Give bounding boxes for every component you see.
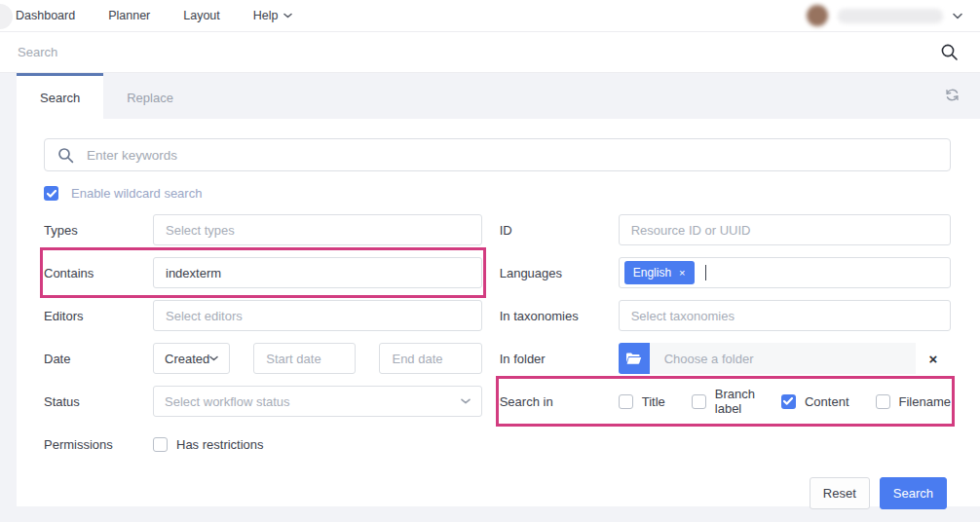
checkbox-label: Title (642, 394, 665, 409)
nav-item-label: Help (253, 9, 279, 22)
field-label: Types (44, 223, 153, 238)
field-row-languages: Languages English × (500, 251, 951, 294)
option-branch-label[interactable]: Branch label (692, 387, 755, 416)
field-label: Contains (44, 266, 153, 280)
form-actions: Reset Search (44, 477, 951, 509)
choose-folder-button[interactable] (619, 343, 650, 374)
field-label: Editors (44, 309, 153, 323)
title-checkbox[interactable] (619, 394, 633, 409)
field-row-search-in: Search in Title Branch label Content (500, 380, 951, 423)
checkbox-label: Branch label (715, 387, 755, 416)
checkbox-label: Content (805, 394, 849, 409)
top-nav-bar: Dashboard Planner Layout Help (0, 0, 980, 32)
start-date-input[interactable] (253, 343, 356, 374)
empty-cell (500, 423, 951, 466)
field-label: In folder (500, 352, 619, 366)
search-icon (57, 147, 74, 164)
search-icon[interactable] (940, 43, 959, 61)
global-search-bar (0, 32, 980, 73)
contains-input[interactable] (153, 257, 482, 288)
field-row-contains: Contains (44, 251, 482, 294)
user-name-redacted (838, 9, 943, 23)
field-row-folder: In folder Choose a folder × (500, 337, 951, 380)
keywords-input[interactable] (85, 147, 937, 164)
filename-checkbox[interactable] (876, 394, 890, 409)
date-mode-select[interactable]: Created (153, 343, 230, 374)
field-row-status: Status Select workflow status (44, 380, 482, 423)
field-label: Status (44, 394, 153, 409)
field-label: Search in (500, 394, 619, 409)
user-menu[interactable] (807, 5, 980, 26)
field-label: Permissions (44, 437, 153, 452)
folder-open-icon (625, 352, 642, 365)
refresh-icon (945, 88, 960, 102)
nav-item-label: Dashboard (16, 9, 75, 22)
field-label: Date (44, 352, 153, 366)
refresh-button[interactable] (945, 88, 960, 106)
tab-label: Search (40, 91, 80, 105)
chevron-down-icon (953, 13, 962, 19)
status-select[interactable]: Select workflow status (153, 386, 482, 417)
search-in-options: Title Branch label Content Filename (619, 387, 951, 416)
keywords-field[interactable] (44, 138, 951, 171)
chevron-down-icon (461, 398, 471, 404)
search-panel: Enable wildcard search Types ID Contains… (17, 119, 980, 506)
option-filename[interactable]: Filename (876, 394, 951, 409)
field-row-taxonomies: In taxonomies (500, 294, 951, 337)
has-restrictions-checkbox[interactable] (153, 437, 168, 452)
field-row-permissions: Permissions Has restrictions (44, 423, 482, 466)
nav-item-label: Layout (183, 9, 220, 22)
language-tag-english: English × (624, 261, 695, 284)
clear-folder-button[interactable]: × (916, 351, 951, 367)
status-placeholder: Select workflow status (165, 394, 290, 409)
option-content[interactable]: Content (781, 394, 849, 409)
search-button[interactable]: Search (880, 477, 947, 509)
nav-item-help[interactable]: Help (253, 9, 292, 22)
language-tag-label: English (633, 266, 671, 280)
text-cursor (705, 265, 706, 280)
folder-placeholder[interactable]: Choose a folder (650, 343, 916, 374)
wildcard-row: Enable wildcard search (44, 186, 951, 201)
remove-tag-icon[interactable]: × (679, 267, 685, 279)
field-row-date: Date Created (44, 337, 482, 380)
field-row-editors: Editors (44, 294, 482, 337)
option-title[interactable]: Title (619, 394, 665, 409)
content-checkbox[interactable] (781, 394, 796, 409)
taxonomies-input[interactable] (619, 300, 951, 331)
wildcard-checkbox[interactable] (44, 186, 58, 201)
reset-button[interactable]: Reset (810, 477, 870, 509)
avatar (807, 5, 828, 26)
app-logo (0, 4, 13, 29)
tab-replace[interactable]: Replace (103, 73, 197, 119)
date-mode-value: Created (165, 352, 209, 366)
global-search-input[interactable] (16, 44, 795, 60)
editors-input[interactable] (153, 300, 482, 331)
id-input[interactable] (619, 214, 951, 245)
nav-item-planner[interactable]: Planner (108, 9, 150, 22)
folder-picker: Choose a folder × (619, 343, 951, 374)
checkbox-label: Filename (899, 394, 951, 409)
field-label: In taxonomies (500, 309, 619, 323)
field-label: ID (500, 223, 619, 238)
nav-item-dashboard[interactable]: Dashboard (16, 9, 75, 22)
branch-label-checkbox[interactable] (692, 394, 706, 409)
types-input[interactable] (153, 214, 482, 245)
chevron-down-icon (283, 13, 292, 19)
option-has-restrictions[interactable]: Has restrictions (153, 437, 264, 452)
tab-label: Replace (127, 91, 173, 105)
field-label: Languages (500, 266, 619, 280)
search-form: Types ID Contains Languages English × (44, 208, 951, 466)
nav-item-layout[interactable]: Layout (183, 9, 220, 22)
tab-strip: Search Replace (0, 73, 980, 119)
chevron-down-icon (209, 355, 218, 361)
check-icon (47, 190, 57, 198)
field-row-id: ID (500, 208, 951, 251)
tab-search[interactable]: Search (17, 73, 103, 119)
end-date-input[interactable] (379, 343, 481, 374)
languages-input[interactable]: English × (619, 257, 951, 288)
checkbox-label: Has restrictions (176, 437, 264, 452)
wildcard-label: Enable wildcard search (71, 186, 202, 201)
check-icon (783, 397, 793, 405)
field-row-types: Types (44, 208, 482, 251)
nav-item-label: Planner (108, 9, 150, 22)
